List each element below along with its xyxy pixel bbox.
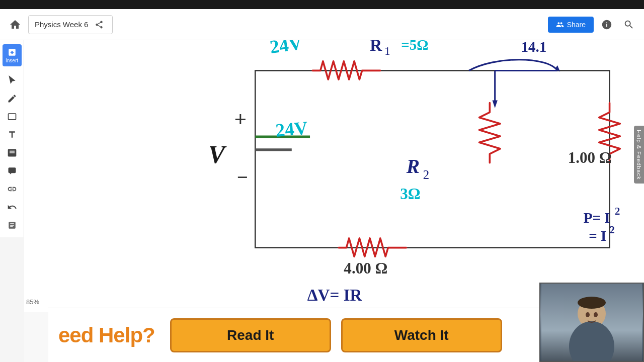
- feedback-tab[interactable]: Help & Feedback: [634, 126, 644, 184]
- svg-text:+: +: [234, 108, 247, 131]
- svg-point-32: [586, 312, 590, 317]
- header: Physics Week 6 Share: [0, 9, 644, 40]
- search-button[interactable]: [620, 16, 638, 34]
- svg-text:= I: = I: [589, 228, 606, 244]
- svg-text:−: −: [237, 166, 248, 188]
- svg-text:1: 1: [384, 45, 390, 57]
- feedback-label: Help & Feedback: [636, 130, 642, 179]
- text-tool[interactable]: [3, 127, 21, 143]
- need-help-label: eed Help?: [58, 323, 155, 347]
- svg-text:2: 2: [615, 206, 620, 217]
- document-title-tab[interactable]: Physics Week 6: [28, 15, 113, 34]
- canvas-area[interactable]: 24V R 1 =5Ω 14.1 +: [24, 40, 644, 312]
- svg-text:4.00 Ω: 4.00 Ω: [344, 259, 387, 277]
- svg-text:ΔV= IR: ΔV= IR: [307, 286, 363, 304]
- undo-tool[interactable]: [3, 199, 21, 215]
- home-button[interactable]: [6, 16, 24, 34]
- info-button[interactable]: [598, 16, 616, 34]
- document-title: Physics Week 6: [35, 20, 88, 29]
- insert-button[interactable]: Insert: [3, 44, 22, 66]
- comment-tool[interactable]: [3, 163, 21, 179]
- webcam-overlay: [539, 283, 644, 362]
- svg-rect-1: [52, 40, 625, 312]
- expand-toolbar[interactable]: [3, 217, 21, 233]
- pen-tool[interactable]: [3, 90, 21, 107]
- svg-rect-0: [8, 114, 16, 120]
- sticky-note-tool[interactable]: [3, 145, 21, 161]
- link-tool[interactable]: [3, 181, 21, 197]
- svg-text:R: R: [370, 40, 382, 54]
- insert-label: Insert: [6, 58, 18, 63]
- svg-text:=5Ω: =5Ω: [401, 40, 428, 53]
- svg-text:24V: 24V: [275, 117, 309, 140]
- svg-point-30: [578, 297, 606, 309]
- select-tool[interactable]: [3, 72, 21, 88]
- svg-text:R: R: [406, 155, 420, 177]
- svg-text:2: 2: [610, 224, 615, 235]
- svg-text:P= I: P= I: [584, 210, 610, 226]
- rectangle-tool[interactable]: [3, 109, 21, 125]
- svg-text:1.00 Ω: 1.00 Ω: [568, 149, 612, 166]
- svg-text:2: 2: [423, 168, 429, 182]
- svg-text:V: V: [208, 141, 227, 168]
- top-bar: [0, 0, 644, 9]
- share-button[interactable]: Share: [548, 17, 594, 33]
- header-right: Share: [548, 16, 638, 34]
- svg-text:3Ω: 3Ω: [400, 185, 420, 203]
- svg-text:14.1: 14.1: [521, 40, 547, 55]
- share-icon[interactable]: [92, 18, 106, 32]
- watch-it-button[interactable]: Watch It: [341, 318, 502, 352]
- left-toolbar: Insert: [0, 40, 24, 237]
- read-it-button[interactable]: Read It: [170, 318, 331, 352]
- circuit-diagram: 24V R 1 =5Ω 14.1 +: [49, 40, 628, 312]
- share-button-label: Share: [567, 21, 586, 29]
- zoom-level: 85%: [26, 298, 39, 306]
- webcam-video: [540, 284, 643, 361]
- svg-point-33: [594, 312, 598, 317]
